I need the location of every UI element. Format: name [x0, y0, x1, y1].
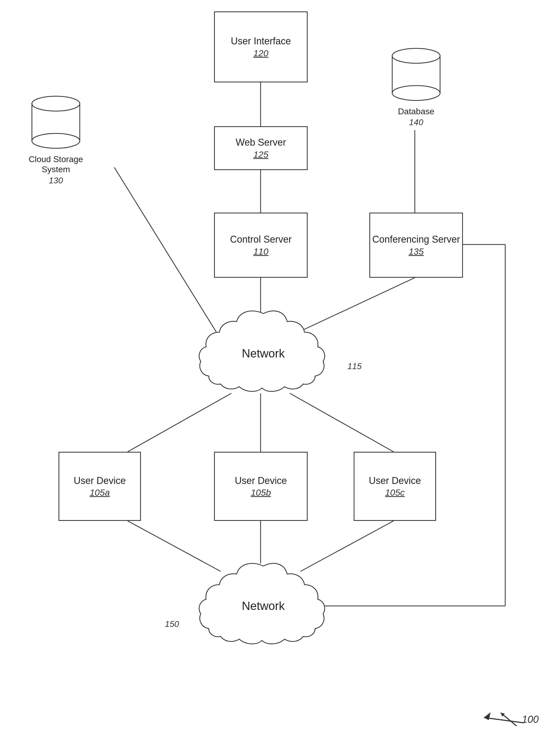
user-device-a-node: User Device 105a [58, 452, 141, 521]
diagram-container: User Interface 120 Web Server 125 Contro… [0, 0, 560, 738]
user-device-b-node: User Device 105b [214, 452, 308, 521]
conferencing-server-node: Conferencing Server 135 [369, 213, 463, 278]
svg-point-19 [32, 96, 80, 111]
figure-ref-100: 100 [498, 711, 539, 727]
network-115-ref: 115 [347, 361, 362, 371]
svg-line-9 [127, 393, 231, 452]
cloud-storage-node: Cloud Storage System 130 [16, 93, 96, 178]
web-server-node: Web Server 125 [214, 126, 308, 170]
svg-marker-16 [484, 712, 491, 720]
network-150-ref: 150 [165, 619, 179, 629]
database-cylinder-icon [389, 45, 443, 104]
svg-point-21 [392, 85, 440, 100]
figure-ref-label: 100 [522, 714, 539, 725]
network-115-cloud-icon: Network [186, 306, 340, 401]
figure-arrow-icon [498, 711, 519, 727]
database-node: Database 140 [380, 45, 452, 130]
svg-text:Network: Network [242, 347, 285, 360]
svg-point-22 [392, 48, 440, 63]
svg-text:Network: Network [242, 599, 285, 612]
network-150-node: Network 150 [186, 558, 340, 654]
svg-point-18 [32, 133, 80, 148]
user-device-c-node: User Device 105c [354, 452, 436, 521]
svg-line-11 [290, 393, 393, 452]
control-server-node: Control Server 110 [214, 213, 308, 278]
network-150-cloud-icon: Network [186, 558, 340, 654]
network-115-node: Network 115 [186, 306, 340, 401]
user-interface-node: User Interface 120 [214, 11, 308, 82]
cloud-storage-cylinder-icon [29, 93, 82, 151]
